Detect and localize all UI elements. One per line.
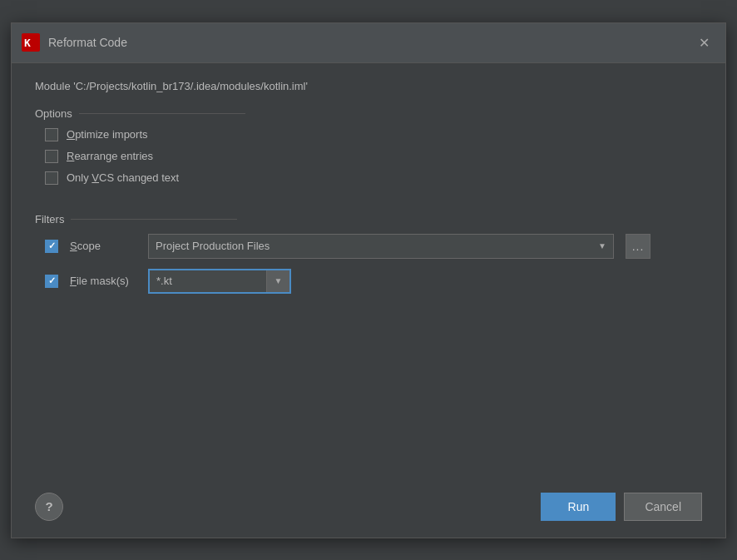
help-button[interactable]: ? [35, 493, 63, 521]
svg-text:K: K [24, 37, 31, 49]
rearrange-entries-row: Rearrange entries [35, 150, 702, 163]
footer-buttons: Run Cancel [541, 493, 702, 521]
module-path: Module 'C:/Projects/kotlin_br173/.idea/m… [35, 80, 702, 92]
optimize-imports-checkbox[interactable] [45, 128, 58, 141]
dialog-footer: ? Run Cancel [12, 479, 725, 538]
close-button[interactable]: ✕ [692, 31, 715, 54]
filters-section: Filters Scope Project Production Files ▼… [35, 213, 702, 304]
scope-dropdown[interactable]: Project Production Files ▼ [148, 234, 614, 259]
file-mask-dropdown-button[interactable]: ▼ [266, 270, 289, 292]
optimize-imports-row: Optimize imports [35, 128, 702, 141]
options-label: Options [35, 107, 702, 120]
options-section: Options Optimize imports Rearrange entri… [35, 107, 702, 193]
cancel-button[interactable]: Cancel [624, 493, 702, 521]
scope-label: Scope [70, 240, 136, 252]
file-mask-row: File mask(s) ▼ [35, 269, 702, 294]
file-mask-label: File mask(s) [70, 275, 136, 287]
scope-checkbox[interactable] [45, 240, 58, 253]
optimize-imports-label: Optimize imports [67, 128, 148, 141]
only-vcs-row: Only VCS changed text [35, 171, 702, 185]
only-vcs-label: Only VCS changed text [67, 171, 179, 184]
rearrange-entries-checkbox[interactable] [45, 150, 58, 163]
scope-dropdown-arrow-icon: ▼ [598, 241, 606, 250]
title-bar: K Reformat Code ✕ [12, 23, 725, 63]
scope-value: Project Production Files [156, 240, 270, 252]
dialog-body: Module 'C:/Projects/kotlin_br173/.idea/m… [12, 63, 725, 479]
file-mask-checkbox[interactable] [45, 275, 58, 288]
app-icon: K [22, 33, 40, 52]
rearrange-entries-label: Rearrange entries [67, 150, 153, 162]
only-vcs-checkbox[interactable] [45, 171, 58, 185]
scope-dots-button[interactable]: ... [626, 234, 650, 259]
file-mask-input[interactable] [150, 275, 266, 287]
reformat-code-dialog: K Reformat Code ✕ Module 'C:/Projects/ko… [11, 22, 726, 538]
dialog-title: Reformat Code [48, 36, 692, 49]
scope-row: Scope Project Production Files ▼ ... [35, 234, 702, 259]
filters-label: Filters [35, 213, 702, 225]
run-button[interactable]: Run [541, 493, 616, 521]
file-mask-input-wrapper: ▼ [148, 269, 291, 294]
